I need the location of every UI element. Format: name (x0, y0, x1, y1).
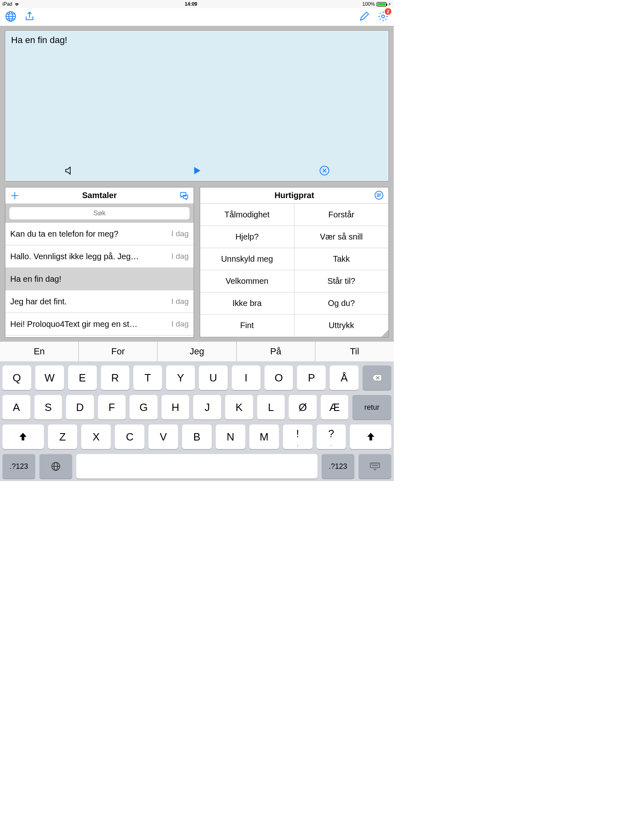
suggestion[interactable]: Jeg (158, 342, 236, 361)
quick-phrase-cell[interactable]: Vær så snill (294, 226, 389, 248)
speaker-icon (64, 165, 75, 176)
language-button[interactable] (5, 11, 16, 24)
conversation-date: I dag (171, 229, 189, 238)
quick-phrase-cell[interactable]: Står til? (294, 270, 389, 292)
quick-phrase-cell[interactable]: Forstår (294, 204, 389, 226)
key-question-period[interactable]: ?. (317, 425, 346, 449)
key-æ[interactable]: Æ (321, 395, 349, 420)
quick-phrase-cell[interactable]: Uttrykk (294, 315, 389, 337)
key-a[interactable]: A (2, 395, 30, 420)
key-t[interactable]: T (133, 365, 162, 390)
key-e[interactable]: E (68, 365, 97, 390)
add-conversation-button[interactable] (9, 187, 20, 203)
key-g[interactable]: G (130, 395, 158, 420)
quick-phrase-cell[interactable]: Hjelp? (200, 226, 294, 248)
key-c[interactable]: C (115, 425, 144, 449)
key-l[interactable]: L (257, 395, 285, 420)
key-z[interactable]: Z (48, 425, 78, 449)
charging-icon: ⚡︎ (388, 2, 391, 7)
conversations-icon-button[interactable] (179, 187, 189, 203)
quick-phrase-cell[interactable]: Fint (200, 315, 294, 337)
key-k[interactable]: K (225, 395, 253, 420)
conversation-row[interactable]: Ha en fin dag! (5, 268, 194, 290)
status-bar: iPad 14:09 100% ⚡︎ (0, 0, 394, 8)
key-n[interactable]: N (216, 425, 245, 449)
key-q[interactable]: Q (2, 365, 31, 390)
compose-text[interactable]: Ha en fin dag! (5, 31, 388, 50)
quick-phrase-cell[interactable]: Og du? (294, 292, 389, 315)
key-ø[interactable]: Ø (289, 395, 317, 420)
edit-button[interactable] (358, 11, 370, 24)
conversation-row[interactable]: Hei! Proloquo4Text gir meg en st…I dag (5, 313, 194, 336)
key-numbers-left[interactable]: .?123 (2, 454, 35, 479)
key-o[interactable]: O (265, 365, 293, 390)
suggestion[interactable]: For (79, 342, 158, 361)
battery-icon (377, 2, 386, 7)
key-globe[interactable] (39, 454, 72, 479)
clock: 14:09 (185, 1, 197, 7)
conversation-title: Hallo. Vennligst ikke legg på. Jeg… (10, 252, 171, 261)
key-return[interactable]: retur (352, 395, 391, 420)
conversations-title: Samtaler (82, 191, 117, 200)
quick-phrase-cell[interactable]: Takk (294, 248, 389, 270)
play-icon (192, 165, 202, 176)
key-p[interactable]: P (297, 365, 326, 390)
key-shift[interactable] (2, 425, 44, 449)
key-h[interactable]: H (162, 395, 189, 420)
svg-rect-14 (370, 463, 380, 468)
conversation-row[interactable]: Jeg har det fint.I dag (5, 290, 194, 313)
shift-icon (18, 431, 28, 442)
share-icon (24, 11, 35, 22)
clear-icon (319, 165, 330, 176)
suggestion[interactable]: En (0, 342, 79, 361)
quickchat-icon-button[interactable] (374, 187, 384, 203)
key-y[interactable]: Y (166, 365, 195, 390)
key-exclaim-comma[interactable]: !, (283, 425, 313, 449)
conversation-date: I dag (171, 252, 189, 261)
backspace-icon (372, 372, 382, 383)
speech-lines-icon (374, 190, 384, 201)
quick-phrase-cell[interactable]: Tålmodighet (200, 204, 294, 226)
compose-area[interactable]: Ha en fin dag! (5, 30, 389, 181)
key-numbers-right[interactable]: .?123 (322, 454, 354, 479)
key-f[interactable]: F (98, 395, 126, 420)
key-shift[interactable] (350, 425, 391, 449)
plus-icon (9, 190, 20, 201)
settings-button[interactable]: 2 (377, 11, 389, 24)
key-å[interactable]: Å (330, 365, 358, 390)
suggestion[interactable]: På (237, 342, 315, 361)
key-d[interactable]: D (66, 395, 94, 420)
conversation-row[interactable]: Hallo. Vennligst ikke legg på. Jeg…I dag (5, 245, 194, 268)
keyboard: QWERTYUIOPÅ ASDFGHJKLØÆretur ZXCVBNM!,?.… (0, 361, 394, 481)
key-i[interactable]: I (232, 365, 260, 390)
quickchat-title: Hurtigprat (274, 191, 314, 200)
suggestion-bar: EnForJegPåTil (0, 342, 394, 361)
share-button[interactable] (24, 11, 35, 24)
key-backspace[interactable] (363, 365, 391, 390)
conversation-title: Kan du ta en telefon for meg? (10, 229, 171, 239)
quick-phrase-cell[interactable]: Unnskyld meg (200, 248, 294, 270)
quick-phrase-cell[interactable]: Ikke bra (200, 292, 294, 315)
key-v[interactable]: V (148, 425, 178, 449)
key-r[interactable]: R (101, 365, 130, 390)
key-dismiss[interactable] (358, 454, 391, 479)
conversation-row[interactable]: Kan du ta en telefon for meg?I dag (5, 223, 194, 245)
key-s[interactable]: S (34, 395, 62, 420)
quick-phrase-cell[interactable]: Velkommen (200, 270, 294, 292)
conversation-title: Hei! Proloquo4Text gir meg en st… (10, 320, 171, 329)
speech-bubbles-icon (179, 190, 189, 201)
play-button[interactable] (192, 165, 202, 178)
search-input[interactable] (9, 207, 189, 219)
key-space[interactable] (76, 454, 317, 479)
key-m[interactable]: M (249, 425, 279, 449)
svg-point-3 (382, 15, 385, 18)
mute-button[interactable] (64, 165, 75, 178)
suggestion[interactable]: Til (315, 342, 394, 361)
key-u[interactable]: U (199, 365, 228, 390)
key-b[interactable]: B (182, 425, 212, 449)
key-j[interactable]: J (193, 395, 221, 420)
conversation-date: I dag (171, 320, 189, 329)
key-x[interactable]: X (81, 425, 111, 449)
key-w[interactable]: W (35, 365, 64, 390)
clear-button[interactable] (319, 165, 330, 178)
